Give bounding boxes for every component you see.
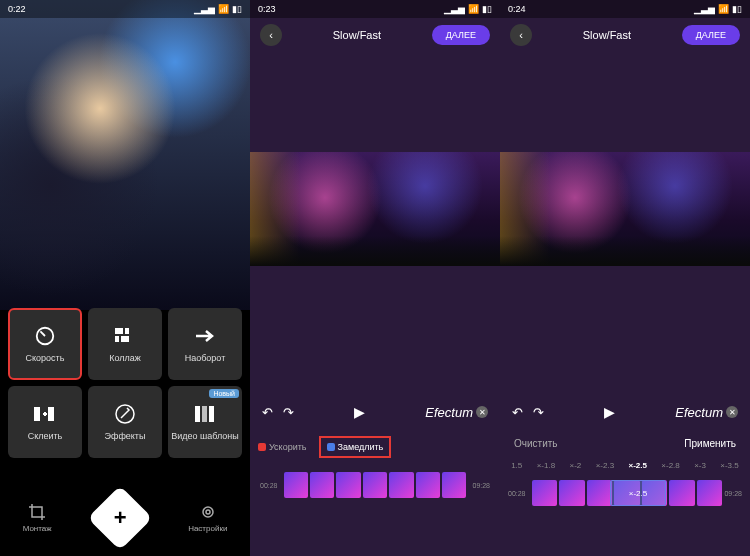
speed-tick[interactable]: ×-1.8 — [537, 461, 555, 470]
slowdown-indicator-icon — [327, 443, 335, 451]
redo-button[interactable]: ↷ — [283, 405, 294, 420]
gear-icon — [199, 503, 217, 521]
speed-tick[interactable]: ×-2 — [569, 461, 581, 470]
status-icons: ▁▃▅📶▮▯ — [694, 4, 742, 14]
timeline-thumb — [587, 480, 613, 506]
signal-icon: ▁▃▅ — [694, 4, 715, 14]
time-end: 09:28 — [724, 490, 742, 497]
battery-icon: ▮▯ — [732, 4, 742, 14]
close-watermark[interactable]: ✕ — [726, 406, 738, 418]
svg-rect-2 — [115, 328, 123, 334]
speed-region[interactable]: ×-2.5 — [610, 480, 666, 506]
speed-tick[interactable]: ×-3 — [694, 461, 706, 470]
effects-icon — [114, 403, 136, 425]
tile-collage[interactable]: Коллаж — [88, 308, 162, 380]
video-preview[interactable] — [500, 152, 750, 266]
back-button[interactable]: ‹ — [510, 24, 532, 46]
tile-speed[interactable]: Скорость — [8, 308, 82, 380]
speed-scale[interactable]: 1.5 ×-1.8 ×-2 ×-2.3 ×-2.5 ×-2.8 ×-3 ×-3.… — [500, 459, 750, 472]
timeline-thumb — [442, 472, 466, 498]
svg-point-14 — [203, 507, 213, 517]
collage-icon — [114, 325, 136, 347]
signal-icon: ▁▃▅ — [194, 4, 215, 14]
speed-icon — [34, 325, 56, 347]
timeline-thumb — [559, 480, 585, 506]
timeline-thumb — [310, 472, 334, 498]
next-button[interactable]: ДАЛЕЕ — [682, 25, 740, 45]
status-bar: 0:23 ▁▃▅📶▮▯ — [250, 0, 500, 18]
top-bar: ‹ Slow/Fast ДАЛЕЕ — [500, 18, 750, 52]
tile-label: Склеить — [28, 431, 63, 441]
main-screen: 0:22 ▁▃▅ 📶 ▮▯ Скорость Коллаж Наоборот — [0, 0, 250, 556]
speed-tick[interactable]: ×-2.8 — [661, 461, 679, 470]
next-button[interactable]: ДАЛЕЕ — [432, 25, 490, 45]
wifi-icon: 📶 — [218, 4, 229, 14]
undo-button[interactable]: ↶ — [262, 405, 273, 420]
timeline[interactable]: 00:28 09:28 — [250, 466, 500, 504]
tile-label: Наоборот — [185, 353, 226, 363]
svg-rect-6 — [34, 407, 40, 421]
battery-icon: ▮▯ — [482, 4, 492, 14]
plus-icon: + — [113, 505, 126, 531]
play-button[interactable]: ▶ — [604, 404, 615, 420]
battery-icon: ▮▯ — [232, 4, 242, 14]
brand-watermark: Efectum ✕ — [675, 405, 738, 420]
close-watermark[interactable]: ✕ — [476, 406, 488, 418]
timeline-thumb — [532, 480, 558, 506]
slowdown-button[interactable]: Замедлить — [319, 436, 392, 458]
tile-label: Эффекты — [105, 431, 146, 441]
speed-screen-initial: 0:23 ▁▃▅📶▮▯ ‹ Slow/Fast ДАЛЕЕ ↶ ↷ ▶ Efec… — [250, 0, 500, 556]
tile-merge[interactable]: Склеить — [8, 386, 82, 458]
merge-icon — [34, 403, 56, 425]
templates-icon — [194, 403, 216, 425]
tile-label: Скорость — [26, 353, 65, 363]
tile-effects[interactable]: Эффекты — [88, 386, 162, 458]
speed-tick[interactable]: ×-2.3 — [596, 461, 614, 470]
status-time: 0:24 — [508, 4, 526, 14]
chevron-left-icon: ‹ — [519, 29, 523, 41]
apply-button[interactable]: Применить — [684, 438, 736, 449]
timeline-thumb — [284, 472, 308, 498]
speed-mode-row: Ускорить Замедлить — [250, 432, 500, 462]
svg-rect-3 — [125, 328, 129, 334]
timeline-thumb — [336, 472, 360, 498]
tile-label: Видео шаблоны — [171, 431, 239, 441]
speed-tick-active[interactable]: ×-2.5 — [628, 461, 646, 470]
bottom-nav: Монтаж + Настройки — [0, 480, 250, 556]
speedup-button[interactable]: Ускорить — [258, 442, 307, 452]
clear-button[interactable]: Очистить — [514, 438, 558, 449]
status-bar: 0:24 ▁▃▅📶▮▯ — [500, 0, 750, 18]
signal-icon: ▁▃▅ — [444, 4, 465, 14]
timeline[interactable]: 00:28 ×-2.5 09:28 — [500, 476, 750, 510]
svg-rect-5 — [121, 336, 129, 342]
status-bar: 0:22 ▁▃▅ 📶 ▮▯ — [0, 0, 250, 18]
action-row: Очистить Применить — [500, 432, 750, 455]
time-start: 00:28 — [260, 482, 278, 489]
tile-reverse[interactable]: Наоборот — [168, 308, 242, 380]
nav-montage[interactable]: Монтаж — [23, 503, 52, 533]
nav-settings[interactable]: Настройки — [188, 503, 227, 533]
redo-button[interactable]: ↷ — [533, 405, 544, 420]
svg-rect-7 — [48, 407, 54, 421]
svg-rect-4 — [115, 336, 119, 342]
wifi-icon: 📶 — [718, 4, 729, 14]
status-time: 0:22 — [8, 4, 26, 14]
back-button[interactable]: ‹ — [260, 24, 282, 46]
time-start: 00:28 — [508, 490, 526, 497]
svg-rect-13 — [209, 406, 214, 422]
fab-add[interactable]: + — [87, 485, 152, 550]
speed-tick[interactable]: ×-3.5 — [720, 461, 738, 470]
speed-tick[interactable]: 1.5 — [511, 461, 522, 470]
video-preview[interactable] — [250, 152, 500, 266]
status-icons: ▁▃▅ 📶 ▮▯ — [194, 4, 242, 14]
status-icons: ▁▃▅📶▮▯ — [444, 4, 492, 14]
chevron-left-icon: ‹ — [269, 29, 273, 41]
tile-templates[interactable]: Новый Видео шаблоны — [168, 386, 242, 458]
nav-label: Настройки — [188, 524, 227, 533]
playback-controls: ↶ ↷ ▶ Efectum ✕ — [250, 396, 500, 428]
play-button[interactable]: ▶ — [354, 404, 365, 420]
svg-point-15 — [206, 510, 210, 514]
undo-button[interactable]: ↶ — [512, 405, 523, 420]
playback-controls: ↶ ↷ ▶ Efectum ✕ — [500, 396, 750, 428]
new-badge: Новый — [209, 389, 239, 398]
